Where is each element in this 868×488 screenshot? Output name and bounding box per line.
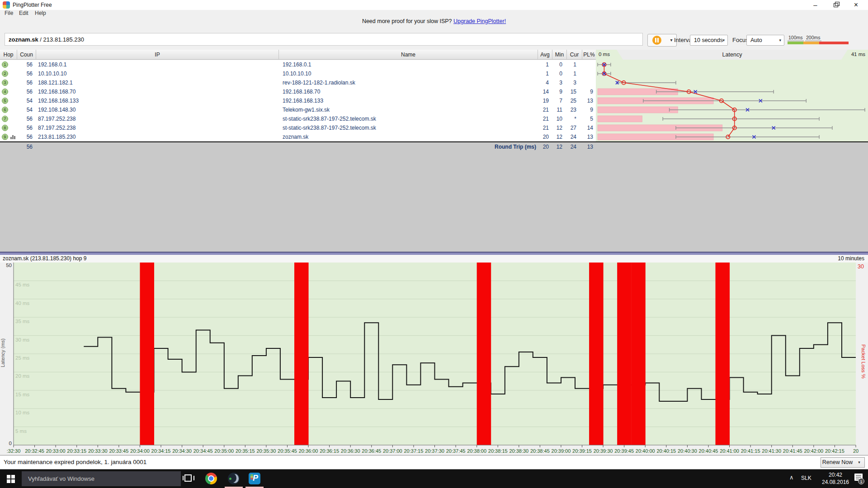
windows-logo-icon — [7, 475, 10, 479]
task-view-button[interactable] — [183, 474, 194, 483]
time-tick-label: 20:37:45 — [446, 448, 466, 454]
grid-label: 40 ms — [15, 300, 30, 306]
avg-cell: 1 — [534, 60, 549, 69]
tray-date: 24.08.2016 — [818, 479, 853, 486]
grid-label: 5 ms — [15, 428, 27, 434]
hop-number-badge: 3 — [2, 80, 8, 86]
time-tick-label: 20:36:30 — [341, 448, 360, 454]
taskbar-search-input[interactable]: Vyhľadávať vo Windowse — [22, 471, 181, 486]
pl-cell: 13 — [578, 132, 593, 141]
focus-select[interactable]: Auto▾ — [746, 35, 784, 46]
min-cell: 9 — [548, 87, 562, 96]
pause-button[interactable] — [647, 34, 667, 47]
header-cur[interactable]: Cur — [567, 50, 582, 60]
packet-loss-bar — [598, 116, 642, 122]
ip-cell: 192.168.168.70 — [38, 87, 75, 96]
legend-100ms-label: 100ms — [788, 35, 804, 41]
title-bar: PingPlotter Free – × — [0, 0, 868, 10]
hop-row-8[interactable]: 85687.197.252.238st-static-srk238.87-197… — [0, 123, 596, 132]
header-avg[interactable]: Avg — [538, 50, 552, 60]
header-min[interactable]: Min — [552, 50, 567, 60]
count-cell: 56 — [17, 69, 33, 78]
upgrade-link[interactable]: Upgrade PingPlotter! — [453, 18, 506, 24]
hop-row-6[interactable]: 654192.108.148.30Telekom-gw1.six.sk21112… — [0, 105, 596, 114]
timeline-range-label[interactable]: 10 minutes — [838, 255, 864, 262]
menu-help[interactable]: Help — [33, 10, 48, 18]
time-tick-label: 20:32:45 — [25, 448, 44, 454]
time-tick-label: 20:33:00 — [46, 448, 66, 454]
hop-number-badge: 8 — [2, 125, 8, 131]
ip-cell: 188.121.182.1 — [38, 78, 73, 87]
grid-label: 25 ms — [15, 355, 30, 361]
avg-cell: 20 — [534, 132, 549, 141]
min-cell: 3 — [548, 78, 562, 87]
clock[interactable]: 20:42 24.08.2016 — [818, 471, 853, 486]
name-cell: 192.168.0.1 — [283, 60, 311, 69]
time-tick-label: 20:37:30 — [425, 448, 444, 454]
hop-number-badge: 1 — [2, 61, 8, 68]
minimize-button[interactable]: – — [805, 0, 826, 10]
table-header: Hop Coun IP Name Avg Min Cur PL% — [0, 50, 596, 60]
hop-row-7[interactable]: 75687.197.252.238st-static-srk238.87-197… — [0, 114, 596, 123]
cur-cell: 25 — [562, 96, 576, 105]
cur-cell: 24 — [562, 132, 576, 141]
time-tick-label: 20:35:15 — [236, 448, 255, 454]
timeline-graph[interactable]: 45 ms40 ms35 ms30 ms25 ms20 ms15 ms10 ms… — [0, 263, 868, 455]
min-cell: 10 — [548, 114, 562, 123]
min-cell: 12 — [548, 123, 562, 132]
header-ip[interactable]: IP — [36, 50, 279, 60]
upgrade-banner: Need more proof for your slow ISP? Upgra… — [0, 18, 868, 24]
grid-label: 30 ms — [15, 337, 30, 343]
status-bar: Your maintenance expired pondelok, 1. ja… — [0, 455, 868, 469]
hop-row-2[interactable]: 25610.10.10.1010.10.10.10101 — [0, 69, 596, 78]
avg-cell: 1 — [534, 69, 549, 78]
hop-row-4[interactable]: 456192.168.168.70192.168.168.70149159 — [0, 87, 596, 96]
ip-cell: 213.81.185.230 — [38, 132, 75, 141]
time-tick-label: 20:40:30 — [678, 448, 697, 454]
header-name[interactable]: Name — [279, 50, 538, 60]
name-cell: 192.168.168.70 — [283, 87, 320, 96]
header-count[interactable]: Coun — [17, 50, 36, 60]
avg-cell: 4 — [534, 78, 549, 87]
time-tick-label: 20:41:00 — [720, 448, 739, 454]
grid-label: 45 ms — [15, 282, 30, 287]
target-address-box[interactable]: zoznam.sk / 213.81.185.230 — [5, 33, 643, 46]
grid-label: 15 ms — [15, 392, 30, 397]
count-cell: 56 — [17, 132, 33, 141]
close-button[interactable]: × — [846, 0, 866, 10]
hop-row-9[interactable]: 956213.81.185.230zoznam.sk20122413 — [0, 132, 596, 141]
latency-color-legend — [788, 42, 849, 44]
chrome-icon[interactable] — [205, 473, 217, 484]
hop-row-1[interactable]: 156192.168.0.1192.168.0.1101 — [0, 60, 596, 69]
empty-area — [0, 152, 868, 252]
hop-row-5[interactable]: 554192.168.168.133192.168.168.1331972513 — [0, 96, 596, 105]
menu-file[interactable]: File — [3, 10, 15, 18]
task-view-icon — [184, 474, 192, 482]
renew-now-button[interactable]: Renew Now — [821, 457, 854, 468]
media-app-icon[interactable] — [228, 473, 240, 484]
header-pl[interactable]: PL% — [582, 50, 596, 60]
panel-splitter[interactable] — [0, 252, 868, 255]
tray-chevron-icon[interactable]: ∧ — [789, 474, 794, 481]
header-hop[interactable]: Hop — [0, 50, 17, 60]
round-trip-label: Round Trip (ms) — [407, 142, 536, 151]
interval-select[interactable]: 10 seconds▾ — [690, 35, 728, 46]
time-tick-label: 20:34:00 — [130, 448, 150, 454]
time-tick-label: 20:41:30 — [762, 448, 781, 454]
hop-number-badge: 2 — [2, 70, 8, 77]
time-tick-label: 20:41:15 — [741, 448, 760, 454]
start-button[interactable] — [0, 469, 22, 488]
restore-button[interactable] — [826, 0, 846, 10]
pingplotter-taskbar-icon[interactable]: P — [249, 473, 260, 484]
language-indicator[interactable]: SLK — [801, 475, 811, 481]
hop-row-3[interactable]: 356188.121.182.1rev-188-121-182-1.radiol… — [0, 78, 596, 87]
renew-dropdown-button[interactable]: ▾ — [854, 457, 865, 468]
time-tick-label: 20:34:45 — [193, 448, 213, 454]
name-cell: st-static-srk238.87-197-252.telecom.sk — [283, 114, 376, 123]
menu-edit[interactable]: Edit — [17, 10, 30, 18]
time-tick-label: 20:41:45 — [783, 448, 802, 454]
hop-number-badge: 4 — [2, 89, 8, 95]
latency-scale-min: 0 ms — [599, 52, 610, 57]
time-tick-label: 20:37:15 — [404, 448, 424, 454]
hop-latency-graph[interactable] — [596, 60, 868, 141]
